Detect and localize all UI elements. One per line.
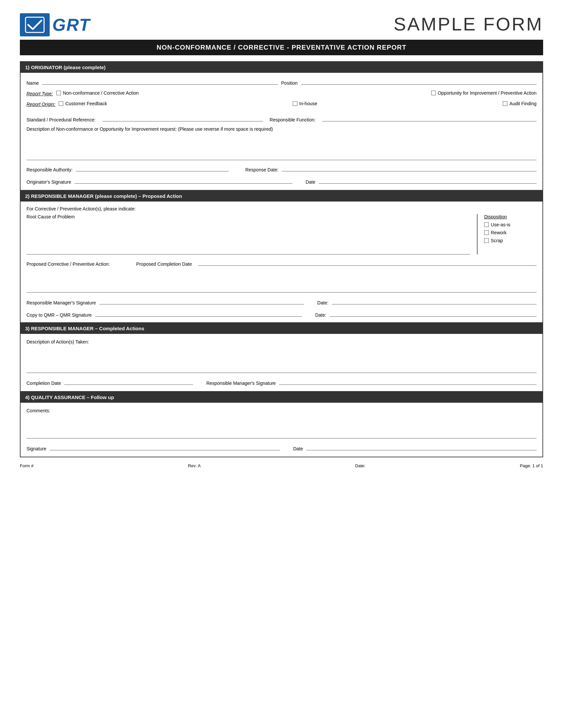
section1-header: 1) ORIGINATOR (please complete) [21,62,542,73]
checkbox-scrap[interactable] [484,238,489,243]
response-date-label: Response Date: [245,167,278,172]
proposed-action-label: Proposed Corrective / Preventive Action: [26,261,110,267]
standard-ref-field[interactable] [102,115,263,121]
proposed-action-row: Proposed Corrective / Preventive Action:… [26,259,537,267]
report-origin-label: Report Origin: [26,102,55,107]
checkbox-inhouse[interactable] [293,101,298,106]
description-label: Description of Non-conformance or Opport… [26,126,537,132]
manager-sig-field[interactable] [99,298,304,304]
checkbox-rework[interactable] [484,230,489,235]
main-title-bar: NON-CONFORMANCE / CORRECTIVE - PREVENTAT… [20,40,543,55]
standard-ref-label: Standard / Procedural Reference: [26,117,96,122]
section4-body: Comments: Signature Date [21,403,542,457]
disposition-rework[interactable]: Rework [484,230,537,235]
proposed-completion-label: Proposed Completion Date [136,261,192,267]
logo-area: GRT [20,13,90,36]
name-position-row: Name Position [26,78,537,86]
description-field[interactable] [26,134,537,160]
corrective-instructions: For Corrective / Preventive Action(s), p… [26,206,537,211]
standard-ref-row: Standard / Procedural Reference: Respons… [26,115,537,122]
qa-sig-label: Signature [26,446,46,451]
completion-date-field[interactable] [64,378,193,385]
checkbox-customer[interactable] [59,101,63,106]
section4-header: 4) QUALITY ASSURANCE – Follow up [21,392,542,403]
footer-date: Date: [355,463,365,468]
root-cause-right: Disposition Use-as-is Rework Scrap [477,214,537,254]
section2-body: For Corrective / Preventive Action(s), p… [21,202,542,322]
checkbox-nc[interactable] [56,91,61,95]
responsible-function-field[interactable] [322,115,537,121]
main-title-text: NON-CONFORMANCE / CORRECTIVE - PREVENTAT… [157,44,406,51]
completed-manager-sig-field[interactable] [279,378,537,385]
response-date-field[interactable] [282,165,537,171]
form-number: Form # [20,463,33,468]
resp-authority-label: Responsible Authority: [26,167,72,172]
disposition-use-as-is[interactable]: Use-as-is [484,222,537,227]
orig-date-label: Date [306,179,316,185]
name-field[interactable] [42,78,277,85]
page-header: GRT SAMPLE FORM [20,13,543,36]
completion-date-label: Completion Date [26,381,61,386]
report-origin-option3[interactable]: Audit Finding [503,101,537,106]
section-qa: 4) QUALITY ASSURANCE – Follow up Comment… [20,392,543,457]
section-manager: 2) RESPONSIBLE MANAGER (please complete)… [20,191,543,323]
qmr-date-field[interactable] [330,310,537,317]
section2-header: 2) RESPONSIBLE MANAGER (please complete)… [21,191,542,202]
orig-date-field[interactable] [319,177,537,184]
completion-row: Completion Date Responsible Manager's Si… [26,378,537,386]
manager-date-label: Date: [317,300,328,305]
root-cause-field[interactable] [26,221,470,254]
proposed-completion-field[interactable] [198,259,537,266]
logo-text: GRT [52,15,90,35]
disposition-scrap[interactable]: Scrap [484,238,537,243]
position-field[interactable] [301,78,537,85]
actions-field[interactable] [26,346,537,373]
actions-label: Description of Action(s) Taken: [26,339,537,344]
page-number: Page: 1 of 1 [520,463,543,468]
name-label: Name [26,80,39,86]
manager-sig-row: Responsible Manager's Signature Date: [26,298,537,305]
proposed-action-field[interactable] [26,269,537,293]
comments-label: Comments: [26,408,537,413]
root-cause-label: Root Cause of Problem [26,214,470,219]
orig-sig-label: Originator's Signature [26,179,71,185]
manager-sig-label: Responsible Manager's Signature [26,300,96,305]
qa-date-label: Date [293,446,303,451]
report-origin-option2[interactable]: In-house [293,101,317,106]
checkbox-use-as-is[interactable] [484,222,489,227]
responsible-function-label: Responsible Function: [269,117,316,122]
logo-box [20,13,50,36]
sample-form-title: SAMPLE FORM [394,13,543,35]
qa-sig-field[interactable] [50,444,280,450]
page-footer: Form # Rev: A Date: Page: 1 of 1 [20,457,543,468]
report-type-option1[interactable]: Non-conformance / Corrective Action [56,90,139,96]
report-origin-row: Report Origin: Customer Feedback In-hous… [26,101,537,107]
section-originator: 1) ORIGINATOR (please complete) Name Pos… [20,61,543,191]
qmr-sig-row: Copy to QMR – QMR Signature Date: [26,310,537,318]
comments-field[interactable] [26,415,537,438]
qa-sig-row: Signature Date [26,444,537,451]
section3-header: 3) RESPONSIBLE MANAGER – Completed Actio… [21,323,542,334]
description-block: Description of Non-conformance or Opport… [26,126,537,160]
report-type-label: Report Type: [26,91,53,96]
root-cause-row: Root Cause of Problem Disposition Use-as… [26,214,537,254]
root-cause-left: Root Cause of Problem [26,214,477,254]
position-label: Position [281,80,298,86]
logo-icon [25,17,45,33]
qa-date-field[interactable] [306,444,537,450]
section-completed-actions: 3) RESPONSIBLE MANAGER – Completed Actio… [20,323,543,392]
section1-body: Name Position Report Type: Non-conforman… [21,73,542,190]
section3-body: Description of Action(s) Taken: Completi… [21,334,542,391]
orig-sig-field[interactable] [74,177,293,184]
report-type-option2[interactable]: Opportunity for Improvement / Preventive… [431,90,537,96]
revision: Rev: A [188,463,201,468]
manager-date-field[interactable] [332,298,537,304]
checkbox-ofi[interactable] [431,91,436,95]
report-origin-option1[interactable]: Customer Feedback [59,101,107,106]
checkbox-audit[interactable] [503,101,507,106]
originator-sig-row: Originator's Signature Date [26,177,537,185]
qmr-date-label: Date: [315,312,326,318]
completed-manager-sig-label: Responsible Manager's Signature [206,381,276,386]
qmr-sig-field[interactable] [95,310,302,317]
resp-authority-field[interactable] [76,165,228,171]
